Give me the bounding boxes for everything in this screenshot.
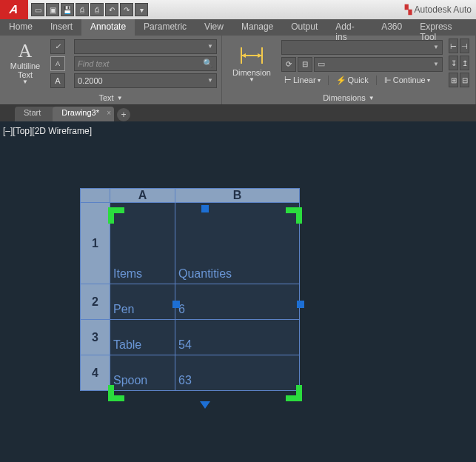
dim-tool3-button[interactable]: ↧ [449, 56, 458, 70]
search-icon[interactable]: 🔍 [203, 58, 213, 68]
dim-tool5-button[interactable]: ⊞ [449, 73, 458, 87]
ribbon-tabs: Home Insert Annotate Parametric View Man… [0, 19, 476, 36]
tab-home[interactable]: Home [0, 19, 41, 36]
row-header-3[interactable]: 3 [81, 320, 110, 355]
chevron-down-icon: ▼ [22, 79, 28, 86]
tab-addins[interactable]: Add-ins [326, 19, 372, 36]
app-title: ▚ Autodesk Auto [405, 4, 476, 15]
tab-a360[interactable]: A360 [372, 19, 411, 36]
cell-b4[interactable]: 63 [175, 355, 300, 391]
cell-b1[interactable]: Quantities [175, 203, 300, 284]
chevron-down-icon: ▼ [249, 77, 255, 84]
multiline-text-button[interactable]: A Multiline Text ▼ [4, 38, 46, 88]
text-big-icon: A [19, 41, 33, 62]
chevron-down-icon: ▼ [117, 95, 123, 101]
row-header-4[interactable]: 4 [81, 355, 110, 391]
tab-insert[interactable]: Insert [41, 19, 81, 36]
linear-icon: ⊢ [284, 76, 292, 85]
new-tab-button[interactable]: + [117, 108, 130, 121]
text-a-letter-button[interactable]: A [50, 73, 65, 88]
continue-dim-button[interactable]: ⊩Continue ▾ [381, 74, 433, 87]
autodesk-logo-icon: ▚ [405, 4, 412, 15]
drawing-canvas[interactable]: [–][Top][2D Wireframe] A B 1 Items Quant… [0, 121, 476, 462]
cell-b2[interactable]: 6 [175, 284, 300, 320]
qat-saveas-icon[interactable]: ⎙ [76, 3, 89, 16]
row-header-1[interactable]: 1 [81, 203, 110, 284]
cell-a4[interactable]: Spoon [110, 355, 175, 391]
col-header-b[interactable]: B [175, 189, 300, 203]
cell-b3[interactable]: 54 [175, 320, 300, 355]
spellcheck-button[interactable]: ✓ [50, 39, 65, 54]
dimensions-panel-title[interactable]: Dimensions▼ [222, 91, 475, 104]
grip-mid-bottom[interactable] [200, 401, 210, 409]
app-logo[interactable]: A [0, 0, 28, 19]
doc-tab-start[interactable]: Start [15, 107, 56, 121]
qat-plot-icon[interactable]: ⎙ [90, 3, 104, 16]
title-bar: A ▭ ▣ 💾 ⎙ ⎙ ↶ ↷ ▾ ▚ Autodesk Auto [0, 0, 476, 19]
linear-dim-button[interactable]: ⊢Linear ▾ [281, 74, 324, 87]
tab-parametric[interactable]: Parametric [135, 19, 195, 36]
qat-dropdown-icon[interactable]: ▾ [135, 3, 148, 16]
cell-a3[interactable]: Table [110, 320, 175, 355]
close-icon[interactable]: × [107, 109, 111, 117]
tab-manage[interactable]: Manage [232, 19, 282, 36]
quick-icon: ⚡ [336, 76, 346, 85]
continue-icon: ⊩ [384, 76, 392, 85]
qat-open-icon[interactable]: ▣ [46, 3, 59, 16]
text-panel-title[interactable]: Text▼ [0, 91, 221, 104]
col-header-a[interactable]: A [110, 189, 175, 203]
qat-undo-icon[interactable]: ↶ [105, 3, 118, 16]
text-style-dropdown[interactable]: ▼ [74, 39, 217, 54]
chevron-down-icon: ▼ [369, 95, 375, 101]
text-height-dropdown[interactable]: 0.2000▼ [74, 73, 217, 88]
doc-tab-drawing3[interactable]: Drawing3*× [53, 107, 114, 121]
tab-output[interactable]: Output [282, 19, 326, 36]
text-a-box-button[interactable]: A [50, 56, 65, 71]
dim-tool1-button[interactable]: ⊢ [449, 38, 458, 53]
dim-layer-dropdown[interactable]: ▭▼ [314, 57, 443, 72]
tab-view[interactable]: View [195, 19, 232, 36]
cell-a1[interactable]: Items [110, 203, 175, 284]
tab-express[interactable]: Express Tool [411, 19, 476, 36]
dimension-button[interactable]: Dimension ▼ [228, 38, 275, 87]
dim-tool4-button[interactable]: ↥ [460, 56, 469, 70]
dim-update-button[interactable]: ⟳ [281, 57, 296, 72]
dimensions-panel: Dimension ▼ ▼ ⟳ ⊟ ▭▼ ⊢Linear ▾ ⚡Quick [222, 36, 476, 104]
qat-redo-icon[interactable]: ↷ [120, 3, 133, 16]
dim-tool2-button[interactable]: ⊣ [460, 38, 469, 53]
qat-save-icon[interactable]: 💾 [61, 3, 74, 16]
text-panel: A Multiline Text ▼ ✓ A A ▼ Find text🔍 0.… [0, 36, 222, 104]
dim-break-button[interactable]: ⊟ [298, 57, 312, 72]
dimension-icon [237, 43, 267, 68]
document-tabs: Start Drawing3*× + [0, 105, 476, 121]
viewport-label[interactable]: [–][Top][2D Wireframe] [3, 126, 92, 136]
ribbon-body: A Multiline Text ▼ ✓ A A ▼ Find text🔍 0.… [0, 36, 476, 105]
qat-new-icon[interactable]: ▭ [31, 3, 44, 16]
find-text-input[interactable]: Find text🔍 [74, 56, 217, 71]
cell-a2[interactable]: Pen [110, 284, 175, 320]
selected-table[interactable]: A B 1 Items Quantities 2 Pen 6 3 Table 5… [80, 188, 300, 394]
quick-dim-button[interactable]: ⚡Quick [333, 74, 372, 87]
dim-tool6-button[interactable]: ⊟ [460, 73, 469, 87]
table-corner[interactable] [81, 189, 110, 203]
row-header-2[interactable]: 2 [81, 284, 110, 320]
quick-access-toolbar: ▭ ▣ 💾 ⎙ ⎙ ↶ ↷ ▾ [28, 3, 151, 16]
dim-style-dropdown[interactable]: ▼ [281, 40, 443, 55]
tab-annotate[interactable]: Annotate [81, 19, 135, 36]
